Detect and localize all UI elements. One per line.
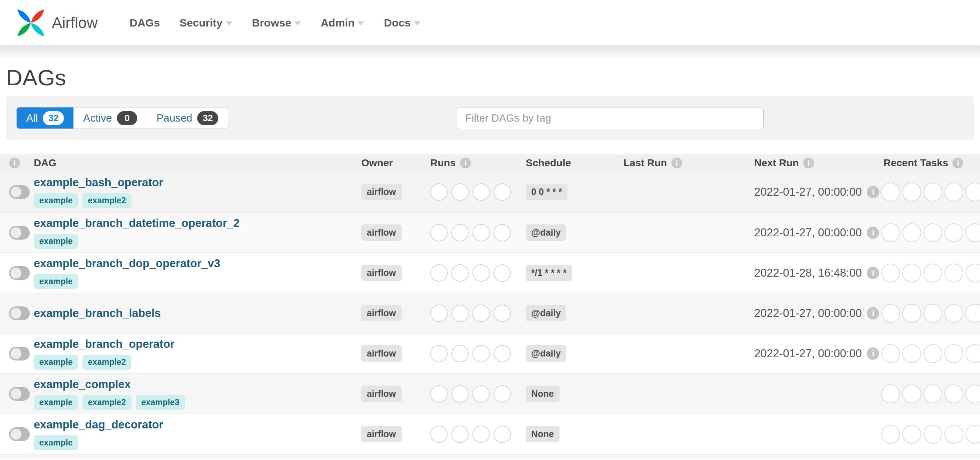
run-status-circle[interactable] <box>451 264 469 282</box>
recent-task-circle[interactable] <box>881 385 900 403</box>
recent-task-circle[interactable] <box>902 264 921 282</box>
run-status-circle[interactable] <box>473 425 490 443</box>
recent-task-circle[interactable] <box>944 425 963 444</box>
column-header-runs: Runs <box>430 157 456 169</box>
dag-pause-toggle[interactable] <box>9 266 30 280</box>
dag-name-link[interactable]: example_branch_operator <box>34 337 357 351</box>
tab-active[interactable]: Active0 <box>73 107 147 129</box>
recent-task-circle[interactable] <box>902 304 921 323</box>
dag-tag[interactable]: example <box>34 435 78 450</box>
dag-pause-toggle[interactable] <box>9 185 30 199</box>
recent-task-circle[interactable] <box>944 304 963 323</box>
dag-pause-toggle[interactable] <box>9 306 30 320</box>
run-status-circle[interactable] <box>430 345 448 362</box>
dag-name-link[interactable]: example_complex <box>34 378 357 391</box>
run-status-circle[interactable] <box>493 305 511 322</box>
run-status-circle[interactable] <box>451 305 469 322</box>
run-status-circle[interactable] <box>451 385 469 403</box>
nav-item-dags[interactable]: DAGs <box>120 0 170 46</box>
nav-item-browse[interactable]: Browse <box>242 0 311 46</box>
dag-name-link[interactable]: example_branch_dop_operator_v3 <box>34 257 357 270</box>
run-status-circle[interactable] <box>451 183 469 201</box>
recent-task-circle[interactable] <box>923 223 942 242</box>
run-status-circle[interactable] <box>430 183 448 201</box>
dag-name-link[interactable]: example_branch_datetime_operator_2 <box>34 217 357 230</box>
recent-task-circle[interactable] <box>923 264 942 282</box>
run-status-circle[interactable] <box>493 425 511 443</box>
dag-tag[interactable]: example2 <box>83 193 132 208</box>
recent-task-circle[interactable] <box>944 223 963 242</box>
run-status-circle[interactable] <box>493 183 511 201</box>
toggle-knob <box>11 348 21 359</box>
tab-all[interactable]: All32 <box>17 107 73 129</box>
recent-task-circle[interactable] <box>881 183 900 202</box>
dag-pause-toggle[interactable] <box>9 226 30 240</box>
run-status-circle[interactable] <box>473 264 490 282</box>
recent-task-circle[interactable] <box>881 425 900 444</box>
recent-task-circle[interactable] <box>944 344 963 363</box>
recent-task-circle[interactable] <box>966 304 980 323</box>
recent-task-circle[interactable] <box>944 385 963 403</box>
run-status-circle[interactable] <box>451 345 469 362</box>
run-status-circle[interactable] <box>473 345 490 362</box>
tag-filter-input[interactable] <box>457 107 764 129</box>
recent-task-circle[interactable] <box>966 425 980 444</box>
recent-task-circle[interactable] <box>902 183 921 202</box>
run-status-circle[interactable] <box>473 305 490 322</box>
recent-task-circle[interactable] <box>966 385 980 403</box>
dag-pause-toggle[interactable] <box>9 347 30 361</box>
recent-task-circle[interactable] <box>966 344 980 363</box>
recent-task-circle[interactable] <box>881 223 900 242</box>
recent-task-circle[interactable] <box>966 183 980 202</box>
recent-task-circle[interactable] <box>902 425 921 444</box>
recent-task-circle[interactable] <box>923 425 942 444</box>
dag-pause-toggle[interactable] <box>9 387 30 401</box>
recent-task-circle[interactable] <box>966 223 980 242</box>
recent-task-circle[interactable] <box>923 183 942 202</box>
dag-name-link[interactable]: example_branch_labels <box>34 307 357 320</box>
recent-task-circle[interactable] <box>966 264 980 282</box>
run-status-circle[interactable] <box>493 345 511 362</box>
dag-pause-toggle[interactable] <box>9 427 30 441</box>
recent-task-circle[interactable] <box>944 183 963 202</box>
dag-tag[interactable]: example <box>34 234 78 249</box>
recent-task-circle[interactable] <box>944 264 963 282</box>
dag-tag[interactable]: example2 <box>83 355 132 369</box>
dag-tag[interactable]: example <box>34 395 78 410</box>
run-status-circle[interactable] <box>430 385 448 403</box>
dag-tag[interactable]: example2 <box>83 395 132 410</box>
recent-task-circle[interactable] <box>881 264 900 282</box>
recent-task-circle[interactable] <box>902 385 921 403</box>
dag-tag[interactable]: example <box>34 193 78 208</box>
run-status-circle[interactable] <box>451 224 469 242</box>
run-status-circle[interactable] <box>430 305 448 322</box>
run-status-circle[interactable] <box>430 224 448 242</box>
run-status-circle[interactable] <box>493 224 511 242</box>
run-status-circle[interactable] <box>430 264 448 282</box>
recent-task-circle[interactable] <box>923 304 942 323</box>
run-status-circle[interactable] <box>473 224 490 242</box>
run-status-circle[interactable] <box>430 425 448 443</box>
run-status-circle[interactable] <box>493 264 511 282</box>
dag-tag[interactable]: example3 <box>136 395 185 410</box>
run-status-circle[interactable] <box>493 385 511 403</box>
run-status-circle[interactable] <box>473 183 490 201</box>
recent-task-circle[interactable] <box>881 344 900 363</box>
recent-task-circle[interactable] <box>902 223 921 242</box>
brand-home-link[interactable]: Airflow <box>16 8 98 38</box>
nav-item-docs[interactable]: Docs <box>374 0 430 46</box>
run-status-circle[interactable] <box>451 425 469 443</box>
tab-paused[interactable]: Paused32 <box>147 107 228 129</box>
run-status-circle[interactable] <box>473 385 490 403</box>
recent-task-circle[interactable] <box>923 344 942 363</box>
recent-task-circle[interactable] <box>923 385 942 403</box>
column-header-dag[interactable]: DAG <box>34 157 56 169</box>
dag-tag[interactable]: example <box>34 355 78 369</box>
nav-item-security[interactable]: Security <box>170 0 242 46</box>
recent-task-circle[interactable] <box>902 344 921 363</box>
dag-tag[interactable]: example <box>34 274 78 289</box>
dag-name-link[interactable]: example_dag_decorator <box>34 418 357 431</box>
recent-task-circle[interactable] <box>881 304 900 323</box>
dag-name-link[interactable]: example_bash_operator <box>34 176 357 189</box>
nav-item-admin[interactable]: Admin <box>311 0 374 46</box>
